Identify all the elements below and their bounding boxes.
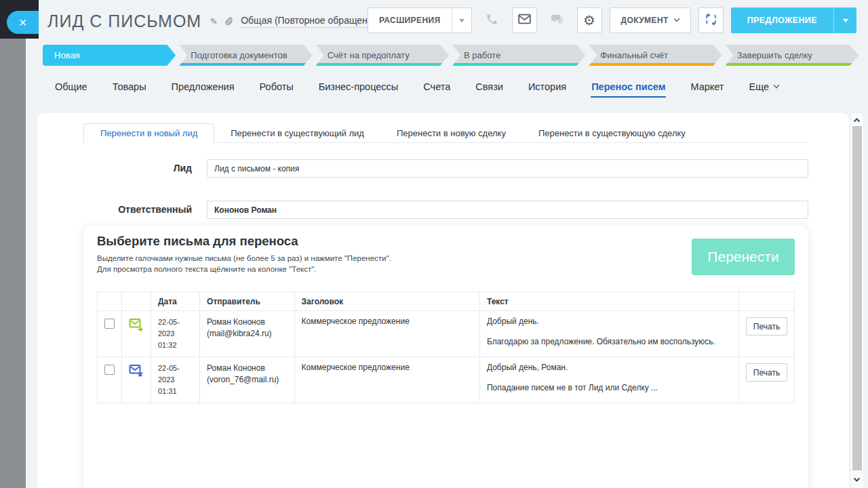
- call-button[interactable]: [479, 7, 505, 33]
- gear-icon: ⚙: [583, 14, 595, 27]
- mail-text-line: Благодарю за предложение. Обязательно им…: [487, 337, 732, 347]
- stage-label: Завершить сделку: [737, 50, 812, 60]
- mail-sender: Роман Кононов (voron_76@mail.ru): [200, 357, 295, 403]
- row-checkbox[interactable]: [104, 319, 115, 329]
- caret-down-icon: [843, 19, 848, 22]
- subject-column-header: Заголовок: [294, 292, 479, 311]
- print-button[interactable]: Печать: [746, 363, 787, 382]
- mail-text-cell[interactable]: Добрый день. Благодарю за предложение. О…: [479, 311, 738, 357]
- stage-close-deal[interactable]: Завершить сделку: [726, 45, 859, 66]
- mail-icon: [518, 14, 531, 27]
- extensions-button-label: РАСШИРЕНИЯ: [368, 8, 452, 33]
- date-column-header: Дата: [151, 292, 200, 311]
- tab-bizproc[interactable]: Бизнес-процессы: [318, 79, 399, 98]
- mail-text-cell[interactable]: Добрый день, Роман. Попадание писем не в…: [479, 357, 738, 403]
- phone-icon: [486, 13, 498, 28]
- proposal-dropdown[interactable]: [833, 7, 856, 33]
- tab-more[interactable]: Еще: [749, 79, 781, 98]
- transfer-button[interactable]: Перенести: [692, 239, 795, 275]
- responsible-form-row: Ответственный: [37, 201, 808, 219]
- scroll-down-arrow[interactable]: [853, 476, 861, 483]
- responsible-field-label: Ответственный: [37, 201, 192, 219]
- main-tabs: Общие Товары Предложения Роботы Бизнес-п…: [54, 73, 780, 103]
- document-button-label: ДОКУМЕНТ: [621, 16, 669, 25]
- tab-proposals[interactable]: Предложения: [171, 79, 235, 98]
- tab-general[interactable]: Общие: [54, 79, 88, 98]
- lead-field-label: Лид: [37, 159, 192, 178]
- chat-button[interactable]: [545, 7, 570, 33]
- proposal-button-label: ПРЕДЛОЖЕНИЕ: [731, 7, 833, 33]
- stage-bar: Новая Подготовка документов Счёт на пред…: [43, 45, 859, 66]
- tab-history[interactable]: История: [528, 79, 567, 98]
- extensions-dropdown[interactable]: [452, 8, 471, 33]
- scroll-up-arrow[interactable]: [853, 117, 861, 124]
- stage-in-progress[interactable]: В работе: [452, 45, 585, 66]
- mail-select-hint-2: Для просмотра полного текста щёлкните на…: [97, 265, 317, 273]
- subtab-new-deal[interactable]: Перенести в новую сделку: [380, 123, 522, 142]
- proposal-button[interactable]: ПРЕДЛОЖЕНИЕ: [731, 7, 856, 33]
- close-slider-button[interactable]: ×: [7, 11, 39, 34]
- mail-date: 22-05-2023 01:32: [151, 311, 200, 357]
- lead-form-row: Лид: [37, 159, 808, 178]
- stage-label: Новая: [54, 50, 80, 60]
- subtab-existing-deal[interactable]: Перенести в существующую сделку: [522, 123, 702, 142]
- actions-column-header: [738, 292, 794, 311]
- mail-text-line: Добрый день, Роман.: [487, 363, 732, 373]
- stage-prepayment[interactable]: Счёт на предоплату: [316, 45, 449, 66]
- stage-label: В работе: [464, 50, 500, 60]
- topbar: Лид с письмом ✎ Общая (Повторное обращен…: [47, 0, 391, 42]
- content-panel: Перенести в новый лид Перенести в сущест…: [37, 113, 849, 488]
- tab-more-label: Еще: [749, 81, 770, 92]
- mail-row-1: 22-05-2023 01:32 Роман Кононов (mail@kib…: [98, 311, 795, 357]
- chat-icon: [551, 14, 564, 28]
- vertical-scrollbar: [851, 113, 863, 488]
- scrollbar-thumb[interactable]: [852, 126, 862, 470]
- stage-color-bar: [452, 63, 585, 66]
- lead-name-input[interactable]: [207, 159, 808, 178]
- print-button[interactable]: Печать: [746, 317, 787, 336]
- stage-label: Счёт на предоплату: [328, 50, 410, 60]
- slider-overlay-rail: [0, 39, 26, 488]
- incoming-mail-icon: [129, 364, 144, 380]
- mail-text-line: Попадание писем не в тот Лид или Сделку …: [487, 383, 732, 393]
- mail-subject: Коммерческое предложение: [294, 357, 479, 403]
- subtab-new-lead[interactable]: Перенести в новый лид: [83, 123, 214, 143]
- responsible-input[interactable]: [207, 201, 808, 219]
- checkbox-column-header: [98, 292, 122, 311]
- stage-docs[interactable]: Подготовка документов: [179, 45, 312, 66]
- text-column-header: Текст: [479, 292, 738, 311]
- tab-robots[interactable]: Роботы: [259, 79, 294, 98]
- stage-new[interactable]: Новая: [43, 45, 176, 66]
- settings-button[interactable]: ⚙: [577, 7, 602, 33]
- page-title: Лид с письмом: [47, 12, 201, 31]
- automation-button[interactable]: [698, 7, 724, 33]
- row-checkbox[interactable]: [104, 365, 115, 375]
- chevron-down-icon: [774, 82, 780, 88]
- mail-table: Дата Отправитель Заголовок Текст: [97, 291, 795, 403]
- mail-row-2: 22-05-2023 01:31 Роман Кононов (voron_76…: [98, 357, 795, 403]
- crm-lead-slider: × Лид с письмом ✎ Общая (Повторное обращ…: [0, 0, 868, 488]
- document-button[interactable]: ДОКУМЕНТ: [610, 7, 691, 33]
- subtab-existing-lead[interactable]: Перенести в существующий лид: [214, 123, 380, 142]
- mail-select-card: Выберите письма для переноса Выделите га…: [83, 226, 808, 488]
- mail-date: 22-05-2023 01:31: [151, 357, 200, 403]
- top-actions: РАСШИРЕНИЯ: [368, 7, 856, 33]
- edit-title-icon[interactable]: ✎: [208, 16, 219, 26]
- caret-down-icon: [459, 19, 465, 22]
- stage-color-bar: [316, 63, 449, 66]
- stage-final-invoice[interactable]: Финальный счёт: [589, 45, 722, 66]
- attach-link-icon[interactable]: [223, 16, 234, 26]
- chevron-down-icon: [673, 16, 679, 22]
- extensions-button[interactable]: РАСШИРЕНИЯ: [368, 7, 472, 33]
- tab-products[interactable]: Товары: [112, 79, 147, 98]
- automation-icon: [705, 13, 717, 28]
- tab-market[interactable]: Маркет: [690, 79, 724, 98]
- pipeline-selector-label: Общая (Повторное обращение): [241, 15, 381, 28]
- tab-invoices[interactable]: Счета: [422, 79, 451, 98]
- direction-column-header: [122, 292, 151, 311]
- outgoing-mail-icon: [129, 318, 144, 334]
- email-button[interactable]: [512, 7, 537, 33]
- transfer-subtabs: Перенести в новый лид Перенести в сущест…: [83, 123, 808, 143]
- tab-links[interactable]: Связи: [475, 79, 504, 98]
- tab-mail-transfer[interactable]: Перенос писем: [591, 79, 666, 98]
